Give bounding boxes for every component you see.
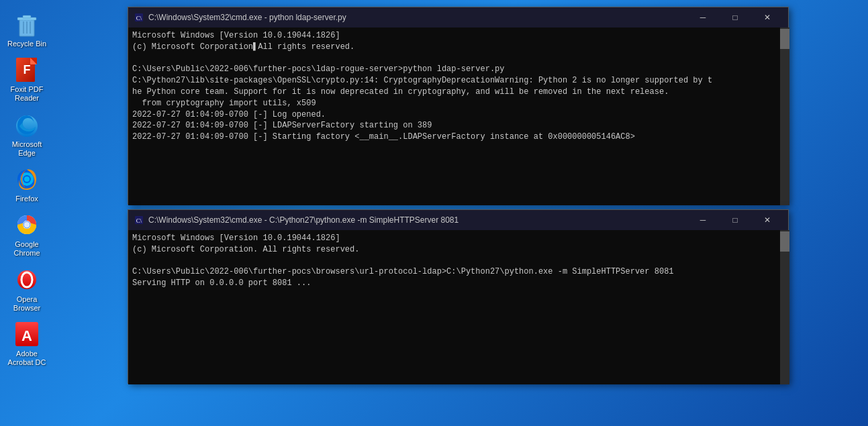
desktop-icon-firefox[interactable]: Firefox — [3, 162, 51, 207]
desktop-icon-foxit-pdf[interactable]: F Foxit PDF Reader — [3, 52, 51, 107]
opera-browser-label: Opera Browser — [13, 295, 40, 313]
cmd-line: 2022-07-27 01:04:09-0700 [-] Log opened. — [132, 109, 775, 121]
cmd-line: 2022-07-27 01:04:09-0700 [-] LDAPServerF… — [132, 120, 775, 131]
window-controls-ldap: ─ □ ✕ — [687, 7, 783, 28]
cmd-line: Microsoft Windows [Version 10.0.19044.18… — [132, 233, 775, 244]
cmd-window-http[interactable]: C\ C:\Windows\System32\cmd.exe - C:\Pyth… — [128, 209, 789, 384]
svg-rect-2 — [23, 15, 31, 18]
svg-text:C\: C\ — [136, 217, 142, 224]
desktop-icons: Recycle Bin F — [0, 0, 54, 426]
recycle-bin-icon — [13, 11, 40, 38]
window-controls-http: ─ □ ✕ — [687, 210, 783, 230]
desktop-icon-google-chrome[interactable]: Google Chrome — [3, 207, 51, 262]
microsoft-edge-label: Microsoft Edge — [12, 140, 42, 158]
cmd-line — [132, 256, 775, 267]
firefox-icon — [13, 166, 40, 193]
cmd-icon-ldap: C\ — [134, 12, 144, 23]
cmd-line: C:\Python27\lib\site-packages\OpenSSL\cr… — [132, 75, 775, 87]
cmd-line: (c) Microsoft Corporation▌All rights res… — [132, 42, 775, 53]
cmd-title-ldap-text: C:\Windows\System32\cmd.exe - python lda… — [148, 13, 687, 22]
cmd-output-http: Microsoft Windows [Version 10.0.19044.18… — [132, 233, 785, 289]
cmd-icon-http: C\ — [134, 215, 144, 225]
desktop-icon-opera-browser[interactable]: Opera Browser — [3, 262, 51, 317]
desktop-icon-microsoft-edge[interactable]: Microsoft Edge — [3, 107, 51, 162]
close-button-ldap[interactable]: ✕ — [752, 7, 783, 28]
cmd-line: he Python core team. Support for it is n… — [132, 87, 775, 98]
cmd-line: Serving HTTP on 0.0.0.0 port 8081 ... — [132, 278, 775, 289]
cmd-titlebar-ldap[interactable]: C\ C:\Windows\System32\cmd.exe - python … — [128, 7, 788, 28]
maximize-button-http[interactable]: □ — [720, 210, 751, 230]
desktop-icon-adobe-acrobat[interactable]: A Adobe Acrobat DC — [3, 317, 51, 371]
cmd-line: 2022-07-27 01:04:09-0700 [-] Starting fa… — [132, 131, 775, 143]
cmd-titlebar-http[interactable]: C\ C:\Windows\System32\cmd.exe - C:\Pyth… — [128, 210, 788, 230]
minimize-button-http[interactable]: ─ — [687, 210, 718, 230]
cmd-body-http: Microsoft Windows [Version 10.0.19044.18… — [128, 230, 789, 384]
desktop-icon-recycle-bin[interactable]: Recycle Bin — [3, 7, 51, 52]
scrollbar-thumb-ldap[interactable] — [780, 29, 789, 49]
maximize-button-ldap[interactable]: □ — [720, 7, 751, 28]
svg-text:F: F — [23, 63, 31, 76]
close-button-http[interactable]: ✕ — [752, 210, 783, 230]
scrollbar-thumb-http[interactable] — [780, 231, 789, 252]
adobe-acrobat-label: Adobe Acrobat DC — [8, 350, 46, 367]
desktop: Recycle Bin F — [0, 0, 868, 426]
cmd-line: C:\Users\Public\2022-006\further-pocs\br… — [132, 266, 775, 278]
svg-text:C\: C\ — [136, 15, 142, 21]
cmd-line: Microsoft Windows [Version 10.0.19044.18… — [132, 30, 775, 42]
foxit-pdf-label: Foxit PDF Reader — [11, 85, 44, 103]
google-chrome-label: Google Chrome — [13, 240, 40, 258]
cmd-line — [132, 53, 775, 64]
foxit-pdf-icon: F — [13, 56, 40, 83]
scrollbar-ldap[interactable] — [780, 28, 789, 205]
cmd-line: C:\Users\Public\2022-006\further-pocs\ld… — [132, 64, 775, 75]
microsoft-edge-icon — [13, 111, 40, 138]
opera-browser-icon — [13, 266, 40, 293]
svg-text:A: A — [21, 327, 32, 344]
scrollbar-http[interactable] — [780, 230, 789, 384]
cmd-line: (c) Microsoft Corporation. All rights re… — [132, 244, 775, 256]
cmd-line: from cryptography import utils, x509 — [132, 98, 775, 109]
firefox-label: Firefox — [15, 195, 38, 203]
cmd-title-http-text: C:\Windows\System32\cmd.exe - C:\Python2… — [148, 215, 687, 225]
cmd-window-ldap[interactable]: C\ C:\Windows\System32\cmd.exe - python … — [128, 7, 789, 205]
google-chrome-icon — [13, 211, 40, 238]
svg-point-15 — [24, 176, 30, 182]
adobe-acrobat-icon: A — [13, 321, 40, 348]
minimize-button-ldap[interactable]: ─ — [687, 7, 718, 28]
cmd-body-ldap: Microsoft Windows [Version 10.0.19044.18… — [128, 28, 789, 205]
recycle-bin-label: Recycle Bin — [7, 40, 46, 48]
cmd-output-ldap: Microsoft Windows [Version 10.0.19044.18… — [132, 30, 785, 143]
